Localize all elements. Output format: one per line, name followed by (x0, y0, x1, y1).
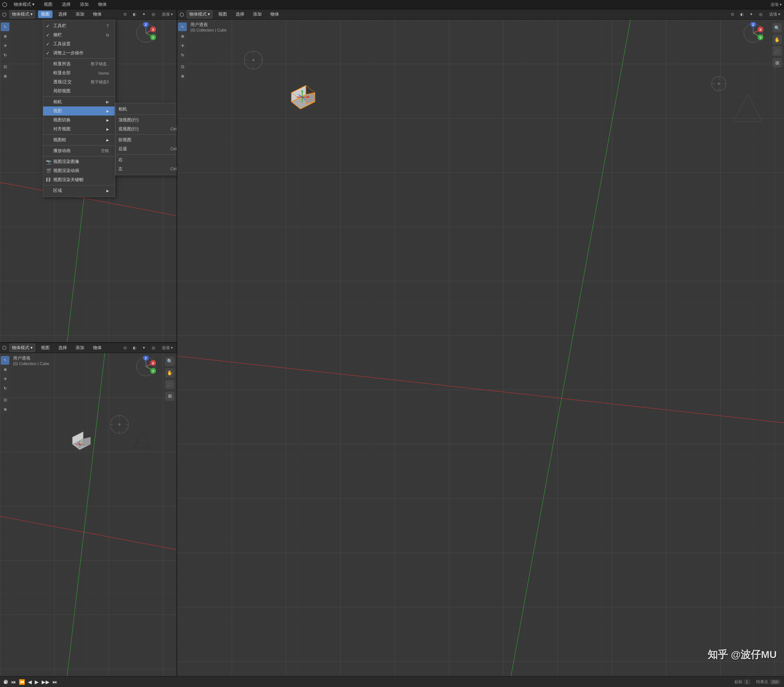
snap-icon[interactable]: ✦ (140, 10, 148, 18)
global-menu-view[interactable]: 视图 (41, 1, 56, 8)
right-shading-icon[interactable]: ◐ (738, 10, 746, 18)
menu-row-frameall[interactable]: 框显全部 Home (43, 69, 115, 77)
bottom-menu-view[interactable]: 视图 (38, 344, 52, 352)
axis-gizmo-left-bottom[interactable]: X Y Z (135, 356, 157, 378)
right-overlay-icon[interactable]: ⊙ (728, 10, 736, 18)
end-frame-value[interactable]: 250 (769, 679, 781, 684)
playback-end[interactable]: ⏭ (52, 679, 57, 685)
zoom-btn-right[interactable]: 🔍 (773, 23, 782, 33)
menu-select-btn[interactable]: 选择 (56, 10, 70, 18)
zoom-btn-bottom[interactable]: 🔍 (165, 357, 174, 366)
move-tool-btn[interactable]: ✛ (1, 41, 10, 50)
bottom-snap-icon[interactable]: ✦ (140, 344, 148, 352)
bottom-menu-select[interactable]: 选择 (56, 344, 70, 352)
top-mode-select[interactable]: 物体模式 ▾ (10, 10, 35, 18)
axis-gizmo-left-top[interactable]: X Y Z (135, 22, 157, 44)
select-tool-right[interactable]: ↖ (178, 23, 187, 31)
rotate-tool-btn[interactable]: ↻ (1, 51, 10, 59)
bottom-header-icon1[interactable]: ⬡ (2, 345, 7, 350)
cursor-tool-btn-bottom[interactable]: ⊕ (1, 365, 10, 374)
submenu-bottom[interactable]: 底视图(行) Ctrl 数字键盘7 (115, 125, 177, 134)
select-tool-btn[interactable]: ↖ (1, 23, 10, 31)
playback-play[interactable]: ▶ (35, 679, 39, 685)
menu-row-sidebar[interactable]: ✓ 侧栏 N (43, 30, 115, 39)
menu-row-local[interactable]: 局部视图 (43, 87, 115, 95)
menu-row-camera[interactable]: 相机 ▶ (43, 97, 115, 107)
right-snap-icon[interactable]: ✦ (748, 10, 755, 18)
overlay-icon[interactable]: ⊙ (121, 10, 129, 18)
playback-next[interactable]: ▶▶ (42, 679, 49, 685)
pan-btn-right[interactable]: ✋ (773, 35, 782, 44)
cursor-tool-btn[interactable]: ⊕ (1, 32, 10, 41)
move-tool-btn-bottom[interactable]: ✛ (1, 375, 10, 383)
playback-prev[interactable]: ◀ (28, 679, 32, 685)
top-header-icon1[interactable]: ⬡ (2, 12, 7, 17)
playback-start[interactable]: ⏮ (11, 679, 16, 685)
playback-back[interactable]: ⏪ (19, 679, 25, 685)
transform-tool-btn[interactable]: ⊕ (1, 72, 10, 81)
options-top-btn[interactable]: 选项 ▾ (160, 12, 174, 17)
global-menu-select[interactable]: 选择 (59, 1, 74, 8)
menu-row-play[interactable]: 播放动画 空格 (43, 146, 115, 155)
right-menu-add[interactable]: 添加 (250, 10, 265, 18)
camera-view-btn-bottom[interactable]: 🎥 (165, 380, 174, 389)
bottom-menu-add[interactable]: 添加 (73, 344, 87, 352)
submenu-left[interactable]: 左 Ctrl 数字键盘3 (115, 164, 177, 173)
global-menu-object[interactable]: 物体 (95, 1, 110, 8)
submenu-right[interactable]: 右 数字键盘3 (115, 155, 177, 164)
move-tool-right[interactable]: ✛ (178, 41, 187, 50)
right-menu-view[interactable]: 视图 (215, 10, 230, 18)
menu-view-btn[interactable]: 视图 (38, 10, 52, 18)
right-mode-select[interactable]: 物体模式 ▾ (187, 10, 212, 18)
global-menu-add[interactable]: 添加 (77, 1, 92, 8)
menu-row-renderimg[interactable]: 📷 视图渲染图像 (43, 157, 115, 166)
bottom-options-btn[interactable]: 选项 ▾ (160, 345, 174, 350)
menu-row-renderanim[interactable]: 🎬 视图渲染动画 (43, 166, 115, 175)
right-menu-select[interactable]: 选择 (233, 10, 247, 18)
scale-tool-btn[interactable]: ⊡ (1, 62, 10, 71)
menu-row-view[interactable]: 视图 ▶ (43, 107, 115, 115)
camera-view-btn-right[interactable]: 🎥 (773, 46, 782, 56)
submenu-camera[interactable]: 相机 数字键盘 0 (115, 105, 177, 114)
mode-selector[interactable]: 物体模式 ▾ (11, 1, 37, 8)
right-header-icon1[interactable]: ⬡ (180, 12, 184, 17)
right-options-btn[interactable]: 选项 ▾ (768, 12, 782, 17)
menu-row-toolsettings[interactable]: ✓ 工具设置 (43, 39, 115, 49)
transform-tool-right[interactable]: ⊕ (178, 72, 187, 81)
options-button[interactable]: 选项 ▾ (771, 2, 782, 7)
menu-row-adjust[interactable]: ✓ 调整上一步操作 (43, 49, 115, 58)
rotate-tool-right[interactable]: ↻ (178, 51, 187, 59)
right-proportional-icon[interactable]: ◎ (757, 10, 765, 18)
transform-tool-btn-bottom[interactable]: ⊕ (1, 405, 10, 414)
axis-gizmo-right[interactable]: X Y Z (742, 22, 764, 45)
bottom-shading-icon[interactable]: ◐ (131, 344, 139, 352)
pan-btn-bottom[interactable]: ✋ (165, 368, 174, 378)
grid-btn-bottom[interactable]: ⊞ (165, 391, 174, 401)
bottom-menu-object[interactable]: 物体 (90, 344, 105, 352)
select-tool-btn-bottom[interactable]: ↖ (1, 356, 10, 365)
submenu-top[interactable]: 顶视图(行) 数字键盘7 (115, 115, 177, 125)
grid-btn-right[interactable]: ⊞ (773, 58, 782, 67)
scale-tool-right[interactable]: ⊡ (178, 62, 187, 71)
menu-row-toolbar[interactable]: ✓ 工具栏 T (43, 21, 115, 30)
submenu-back[interactable]: 后退 Ctrl 数字键盘1 (115, 145, 177, 154)
menu-object-btn[interactable]: 物体 (90, 10, 105, 18)
menu-row-persp[interactable]: 透视/正交 数字键盘5 (43, 77, 115, 87)
cursor-tool-right[interactable]: ⊕ (178, 32, 187, 41)
submenu-front[interactable]: 前视图 数字键盘1 (115, 135, 177, 145)
scale-tool-btn-bottom[interactable]: ⊡ (1, 396, 10, 404)
menu-row-viewframe[interactable]: 视图框 ▶ (43, 135, 115, 145)
bottom-mode-select[interactable]: 物体模式 ▾ (10, 344, 35, 352)
menu-row-region[interactable]: 区域 ▶ (43, 186, 115, 195)
shading-icon[interactable]: ◐ (131, 10, 139, 18)
start-frame-value[interactable]: 1 (744, 679, 750, 684)
proportional-icon[interactable]: ◎ (149, 10, 157, 18)
menu-add-btn[interactable]: 添加 (73, 10, 87, 18)
rotate-tool-btn-bottom[interactable]: ↻ (1, 384, 10, 393)
bottom-proportional-icon[interactable]: ◎ (149, 344, 157, 352)
menu-row-framesel[interactable]: 框显所选 数字键盘 . (43, 59, 115, 69)
menu-row-alignview[interactable]: 对齐视图 ▶ (43, 125, 115, 134)
bottom-overlay-icon[interactable]: ⊙ (121, 344, 129, 352)
right-menu-object[interactable]: 物体 (267, 10, 282, 18)
menu-row-viewswitch[interactable]: 视图切换 ▶ (43, 115, 115, 125)
